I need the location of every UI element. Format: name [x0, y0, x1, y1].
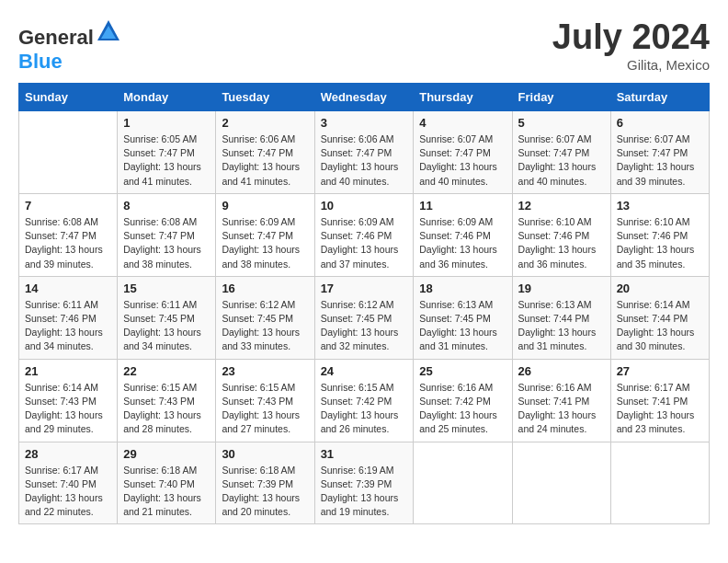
calendar-cell: 3Sunrise: 6:06 AM Sunset: 7:47 PM Daylig… [314, 111, 414, 194]
day-of-week-header: Friday [512, 84, 610, 111]
day-info: Sunrise: 6:09 AM Sunset: 7:46 PM Dayligh… [419, 215, 506, 271]
calendar-cell: 25Sunrise: 6:16 AM Sunset: 7:42 PM Dayli… [414, 359, 512, 442]
day-info: Sunrise: 6:11 AM Sunset: 7:46 PM Dayligh… [25, 298, 111, 354]
month-year-title: July 2024 [552, 18, 710, 57]
day-info: Sunrise: 6:13 AM Sunset: 7:45 PM Dayligh… [419, 298, 506, 354]
day-info: Sunrise: 6:09 AM Sunset: 7:46 PM Dayligh… [321, 215, 408, 271]
calendar-header-row: SundayMondayTuesdayWednesdayThursdayFrid… [19, 84, 710, 111]
day-info: Sunrise: 6:06 AM Sunset: 7:47 PM Dayligh… [321, 132, 408, 189]
day-info: Sunrise: 6:07 AM Sunset: 7:47 PM Dayligh… [518, 132, 605, 189]
day-info: Sunrise: 6:16 AM Sunset: 7:42 PM Dayligh… [419, 381, 506, 437]
day-info: Sunrise: 6:08 AM Sunset: 7:47 PM Dayligh… [25, 215, 111, 271]
calendar-cell: 5Sunrise: 6:07 AM Sunset: 7:47 PM Daylig… [512, 111, 610, 194]
day-of-week-header: Saturday [610, 84, 709, 111]
day-number: 17 [321, 282, 408, 295]
calendar-cell: 20Sunrise: 6:14 AM Sunset: 7:44 PM Dayli… [610, 276, 709, 359]
day-number: 16 [222, 282, 308, 295]
day-info: Sunrise: 6:14 AM Sunset: 7:43 PM Dayligh… [25, 381, 111, 437]
calendar-week-row: 1Sunrise: 6:05 AM Sunset: 7:47 PM Daylig… [19, 111, 710, 194]
day-number: 31 [321, 447, 408, 461]
day-number: 7 [25, 199, 111, 213]
calendar-cell: 1Sunrise: 6:05 AM Sunset: 7:47 PM Daylig… [118, 111, 216, 194]
page-header: General Blue July 2024 Gilita, Mexico [18, 18, 710, 74]
day-number: 10 [321, 199, 408, 213]
day-info: Sunrise: 6:10 AM Sunset: 7:46 PM Dayligh… [617, 215, 703, 271]
calendar-cell: 27Sunrise: 6:17 AM Sunset: 7:41 PM Dayli… [610, 359, 709, 442]
calendar-cell: 6Sunrise: 6:07 AM Sunset: 7:47 PM Daylig… [610, 111, 709, 194]
day-info: Sunrise: 6:07 AM Sunset: 7:47 PM Dayligh… [419, 132, 506, 189]
day-number: 19 [518, 282, 605, 295]
logo-blue: Blue [18, 50, 63, 73]
day-info: Sunrise: 6:15 AM Sunset: 7:42 PM Dayligh… [321, 381, 408, 437]
day-info: Sunrise: 6:11 AM Sunset: 7:45 PM Dayligh… [123, 298, 210, 354]
day-number: 15 [123, 282, 210, 295]
day-number: 26 [518, 364, 605, 378]
day-number: 8 [123, 199, 210, 213]
calendar-cell: 15Sunrise: 6:11 AM Sunset: 7:45 PM Dayli… [118, 276, 216, 359]
calendar-cell: 13Sunrise: 6:10 AM Sunset: 7:46 PM Dayli… [610, 193, 709, 276]
calendar-cell: 8Sunrise: 6:08 AM Sunset: 7:47 PM Daylig… [118, 193, 216, 276]
day-of-week-header: Tuesday [216, 84, 314, 111]
day-info: Sunrise: 6:15 AM Sunset: 7:43 PM Dayligh… [123, 381, 210, 437]
day-number: 28 [25, 447, 111, 461]
day-info: Sunrise: 6:17 AM Sunset: 7:40 PM Dayligh… [25, 464, 111, 520]
calendar-cell: 23Sunrise: 6:15 AM Sunset: 7:43 PM Dayli… [216, 359, 314, 442]
day-number: 27 [617, 364, 703, 378]
calendar-week-row: 28Sunrise: 6:17 AM Sunset: 7:40 PM Dayli… [19, 442, 710, 524]
day-number: 11 [419, 199, 506, 213]
calendar-cell: 21Sunrise: 6:14 AM Sunset: 7:43 PM Dayli… [19, 359, 118, 442]
day-number: 23 [222, 364, 308, 378]
calendar-cell: 30Sunrise: 6:18 AM Sunset: 7:39 PM Dayli… [216, 442, 314, 524]
day-number: 14 [25, 282, 111, 295]
calendar-cell: 19Sunrise: 6:13 AM Sunset: 7:44 PM Dayli… [512, 276, 610, 359]
logo: General Blue [18, 18, 121, 74]
day-number: 1 [123, 116, 210, 130]
day-info: Sunrise: 6:12 AM Sunset: 7:45 PM Dayligh… [321, 298, 408, 354]
calendar-cell: 24Sunrise: 6:15 AM Sunset: 7:42 PM Dayli… [314, 359, 414, 442]
day-number: 21 [25, 364, 111, 378]
day-number: 6 [617, 116, 703, 130]
calendar-cell: 7Sunrise: 6:08 AM Sunset: 7:47 PM Daylig… [19, 193, 118, 276]
calendar-cell: 12Sunrise: 6:10 AM Sunset: 7:46 PM Dayli… [512, 193, 610, 276]
day-info: Sunrise: 6:05 AM Sunset: 7:47 PM Dayligh… [123, 132, 210, 189]
day-info: Sunrise: 6:15 AM Sunset: 7:43 PM Dayligh… [222, 381, 308, 437]
calendar-cell: 29Sunrise: 6:18 AM Sunset: 7:40 PM Dayli… [118, 442, 216, 524]
day-info: Sunrise: 6:08 AM Sunset: 7:47 PM Dayligh… [123, 215, 210, 271]
day-number: 29 [123, 447, 210, 461]
calendar-cell: 18Sunrise: 6:13 AM Sunset: 7:45 PM Dayli… [414, 276, 512, 359]
day-info: Sunrise: 6:13 AM Sunset: 7:44 PM Dayligh… [518, 298, 605, 354]
day-info: Sunrise: 6:09 AM Sunset: 7:47 PM Dayligh… [222, 215, 308, 271]
calendar-cell: 22Sunrise: 6:15 AM Sunset: 7:43 PM Dayli… [118, 359, 216, 442]
logo-text: General Blue [18, 18, 121, 74]
day-number: 24 [321, 364, 408, 378]
calendar-cell [610, 442, 709, 524]
day-number: 12 [518, 199, 605, 213]
day-info: Sunrise: 6:10 AM Sunset: 7:46 PM Dayligh… [518, 215, 605, 271]
calendar-cell: 26Sunrise: 6:16 AM Sunset: 7:41 PM Dayli… [512, 359, 610, 442]
calendar-cell: 4Sunrise: 6:07 AM Sunset: 7:47 PM Daylig… [414, 111, 512, 194]
day-number: 4 [419, 116, 506, 130]
calendar-cell [512, 442, 610, 524]
day-info: Sunrise: 6:18 AM Sunset: 7:39 PM Dayligh… [222, 464, 308, 520]
day-info: Sunrise: 6:17 AM Sunset: 7:41 PM Dayligh… [617, 381, 703, 437]
day-number: 2 [222, 116, 308, 130]
day-info: Sunrise: 6:12 AM Sunset: 7:45 PM Dayligh… [222, 298, 308, 354]
logo-general: General [18, 26, 94, 49]
calendar-table: SundayMondayTuesdayWednesdayThursdayFrid… [18, 83, 710, 524]
calendar-cell: 11Sunrise: 6:09 AM Sunset: 7:46 PM Dayli… [414, 193, 512, 276]
calendar-cell: 14Sunrise: 6:11 AM Sunset: 7:46 PM Dayli… [19, 276, 118, 359]
day-of-week-header: Wednesday [314, 84, 414, 111]
calendar-cell: 28Sunrise: 6:17 AM Sunset: 7:40 PM Dayli… [19, 442, 118, 524]
day-number: 9 [222, 199, 308, 213]
location-subtitle: Gilita, Mexico [552, 57, 710, 73]
calendar-cell [414, 442, 512, 524]
logo-icon [96, 18, 121, 44]
day-number: 25 [419, 364, 506, 378]
day-number: 20 [617, 282, 703, 295]
calendar-cell: 10Sunrise: 6:09 AM Sunset: 7:46 PM Dayli… [314, 193, 414, 276]
title-block: July 2024 Gilita, Mexico [552, 18, 710, 73]
day-info: Sunrise: 6:16 AM Sunset: 7:41 PM Dayligh… [518, 381, 605, 437]
day-info: Sunrise: 6:07 AM Sunset: 7:47 PM Dayligh… [617, 132, 703, 189]
calendar-cell: 17Sunrise: 6:12 AM Sunset: 7:45 PM Dayli… [314, 276, 414, 359]
calendar-week-row: 7Sunrise: 6:08 AM Sunset: 7:47 PM Daylig… [19, 193, 710, 276]
